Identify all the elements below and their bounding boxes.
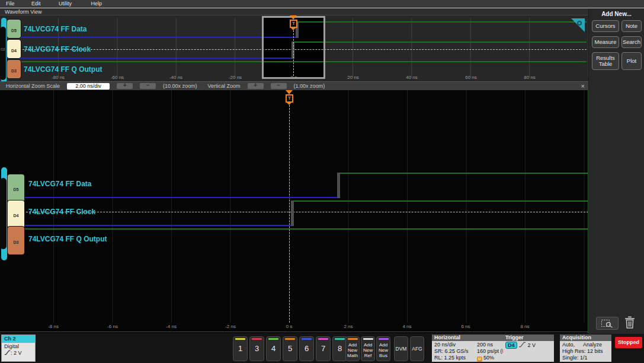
d4-clock-high-trace xyxy=(294,42,587,43)
digital-group-handle[interactable] xyxy=(0,178,7,249)
results-table-button[interactable]: Results Table xyxy=(592,52,619,70)
h-scale: 20 ns/div xyxy=(434,342,477,348)
overview-axis-tick: 80 ns xyxy=(517,75,543,80)
horizontal-panel[interactable]: Horizontal 20 ns/div 200 ns SR: 6.25 GS/… xyxy=(432,335,507,362)
trigger-marker[interactable]: T xyxy=(286,94,293,103)
trigger-position-icon xyxy=(286,90,293,94)
cursors-button[interactable]: Cursors xyxy=(592,20,619,32)
channel-name-d3: 74LVCG74 FF Q Output xyxy=(28,235,107,243)
channel-tab-d4-label: D4 xyxy=(11,49,17,53)
channel-5-button[interactable]: 5 xyxy=(283,336,297,361)
channel-tab-d3-label: D3 xyxy=(14,240,19,244)
channel-tab-d5[interactable]: D5 xyxy=(7,20,21,38)
d5-data-high-trace xyxy=(298,21,587,23)
channel-2-badge[interactable]: Ch 2 Digital : 2 V xyxy=(1,335,36,362)
menu-utility[interactable]: Utility xyxy=(59,0,72,8)
afg-label: AFG xyxy=(412,346,422,352)
note-button[interactable]: Note xyxy=(621,20,642,32)
channel-tab-d5-label: D5 xyxy=(14,187,19,192)
d5-data-low-trace xyxy=(7,37,296,38)
channel-8-label: 8 xyxy=(333,344,347,353)
close-icon[interactable]: × xyxy=(581,82,585,90)
acq-analyze: Analyze xyxy=(583,342,602,348)
channel-tab-d3[interactable]: D3 xyxy=(8,227,24,254)
channel-6-button[interactable]: 6 xyxy=(299,336,314,361)
menu-help[interactable]: Help xyxy=(91,0,102,8)
run-state-button[interactable]: Stopped xyxy=(615,337,642,348)
channel-tab-d3[interactable]: D3 xyxy=(7,60,21,78)
channel-1-label: 1 xyxy=(233,344,247,353)
channel-tab-d4[interactable]: D4 xyxy=(8,200,24,228)
zoom-axis-tick: -6 ns xyxy=(100,324,126,329)
settings-bar: Ch 2 Digital : 2 V 1 3 4 5 6 7 8 Add New… xyxy=(0,334,644,363)
digital-group-handle[interactable] xyxy=(0,27,6,80)
trash-button[interactable] xyxy=(624,316,636,331)
add-new-title: Add New... xyxy=(589,11,644,17)
channel-7-button[interactable]: 7 xyxy=(316,336,331,361)
channel-4-button[interactable]: 4 xyxy=(266,336,281,361)
d4-clock-low-trace xyxy=(8,225,291,226)
channel-tab-d5-label: D5 xyxy=(11,28,17,33)
v-zoom-minus-button[interactable]: − xyxy=(271,83,287,89)
right-panel-footer xyxy=(589,316,644,332)
search-button[interactable]: Search xyxy=(621,36,642,48)
d5-data-low-trace xyxy=(8,197,337,198)
results-bar: Add New... Cursors Note Measure Search R… xyxy=(589,8,644,334)
plot-button[interactable]: Plot xyxy=(621,52,642,70)
zoom-view-gridlines xyxy=(0,90,588,323)
channel-tab-d5[interactable]: D5 xyxy=(8,174,24,202)
afg-button[interactable]: AFG xyxy=(410,336,424,361)
channel-3-color xyxy=(252,338,262,340)
acquisition-panel[interactable]: Acquisition Auto, Analyze High Res: 12 b… xyxy=(560,335,611,362)
trigger-position-icon xyxy=(290,15,297,20)
zoom-axis-tick: 4 ns xyxy=(394,324,420,329)
expansion-point-icon: U xyxy=(477,356,482,362)
ref-color xyxy=(363,338,373,340)
d5-data-transition xyxy=(337,173,340,198)
zoom-axis-tick: 2 ns xyxy=(335,324,361,329)
zoom-select-button[interactable] xyxy=(596,317,619,330)
overview-axis-tick: -20 ns xyxy=(222,75,248,80)
channel-5-label: 5 xyxy=(283,344,297,353)
waveform-view-tab[interactable]: Waveform View xyxy=(0,8,588,15)
add-new-bus-button[interactable]: Add New Bus xyxy=(376,336,390,361)
h-zoom-minus-button[interactable]: − xyxy=(140,83,156,89)
channel-1-button[interactable]: 1 xyxy=(233,336,248,361)
add-new-ref-button[interactable]: Add New Ref xyxy=(361,336,375,361)
trigger-marker[interactable]: T xyxy=(290,20,297,28)
acquisition-title: Acquisition xyxy=(560,335,611,341)
channel-tab-d3-label: D3 xyxy=(11,69,17,73)
measure-button[interactable]: Measure xyxy=(592,36,619,48)
add-new-ref-label: Add New Ref xyxy=(361,342,374,358)
channel-7-label: 7 xyxy=(316,344,330,353)
channel-name-d3: 74LVCG74 FF Q Output xyxy=(24,66,102,74)
zoom-select-icon xyxy=(601,319,614,328)
h-zoom-plus-button[interactable]: + xyxy=(117,83,133,89)
v-zoom-readout: (1.00x zoom) xyxy=(294,83,325,89)
d4-clock-high-trace xyxy=(294,200,588,202)
overview-axis-tick: 40 ns xyxy=(399,75,425,80)
channel-tab-d4[interactable]: D4 xyxy=(7,40,21,58)
channel-name-d4: 74LVCG74 FF Clock xyxy=(28,208,95,216)
h-zoom-scale-input[interactable]: 2.00 ns/div xyxy=(67,83,110,90)
zoom-axis-tick: 0 s xyxy=(276,324,302,329)
add-new-bus-label: Add New Bus xyxy=(377,342,390,358)
channel-4-color xyxy=(268,338,278,340)
waveform-overview: T C2 D5 D4 D3 74LVCG74 FF Data 74LVCG74 … xyxy=(0,15,588,81)
threshold-edge-icon xyxy=(4,350,11,355)
add-new-math-button[interactable]: Add New Math xyxy=(345,336,360,361)
dvm-button[interactable]: DVM xyxy=(394,336,408,361)
zoom-scale-bar: Horizontal Zoom Scale 2.00 ns/div + − (1… xyxy=(0,81,588,90)
acq-mode: Auto, xyxy=(562,342,575,348)
channel-3-button[interactable]: 3 xyxy=(249,336,264,361)
add-new-math-label: Add New Math xyxy=(346,342,359,358)
v-zoom-plus-button[interactable]: + xyxy=(248,83,264,89)
menu-edit[interactable]: Edit xyxy=(31,0,41,8)
channel-1-color xyxy=(235,338,245,340)
menu-file[interactable]: File xyxy=(6,0,15,8)
acq-single: Single: 1/1 xyxy=(562,355,611,361)
channel-name-d5: 74LVCG74 FF Data xyxy=(28,180,91,188)
channel-6-label: 6 xyxy=(300,344,313,353)
group-id-label: C2 xyxy=(1,47,5,51)
trigger-panel[interactable]: Trigger D4 2 V xyxy=(503,335,554,362)
